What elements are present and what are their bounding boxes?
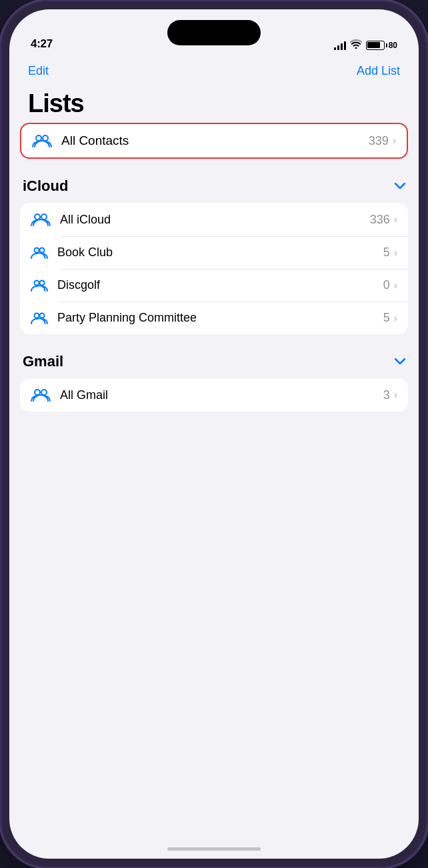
all-contacts-count: 339	[369, 134, 389, 148]
all-contacts-icon	[32, 133, 52, 148]
status-icons: 80	[334, 39, 397, 51]
all-icloud-icon	[31, 212, 51, 227]
svg-point-7	[40, 280, 45, 285]
nav-bar: Edit Add List	[9, 56, 419, 85]
svg-point-5	[40, 248, 45, 252]
all-gmail-label: All Gmail	[60, 388, 383, 402]
icloud-section-header[interactable]: iCloud	[20, 172, 408, 203]
all-icloud-count: 336	[370, 213, 390, 227]
phone-frame: 4:27	[0, 0, 428, 868]
book-club-count: 5	[383, 246, 390, 260]
edit-button[interactable]: Edit	[28, 64, 49, 78]
party-planning-row[interactable]: Party Planning Committee 5 ›	[20, 302, 408, 334]
icloud-chevron-icon	[395, 180, 405, 192]
book-club-icon	[31, 246, 48, 260]
signal-bar-3	[341, 43, 343, 50]
svg-point-1	[43, 135, 48, 141]
svg-point-4	[35, 248, 39, 252]
all-gmail-icon	[31, 388, 51, 402]
page-title: Lists	[28, 89, 84, 118]
discgolf-icon	[31, 279, 48, 292]
all-icloud-row[interactable]: All iCloud 336 ›	[20, 203, 408, 236]
all-icloud-label: All iCloud	[60, 213, 370, 227]
signal-bars-icon	[334, 41, 346, 50]
all-gmail-chevron: ›	[394, 389, 397, 401]
book-club-label: Book Club	[57, 246, 383, 260]
gmail-list-card: All Gmail 3 ›	[20, 378, 408, 412]
all-gmail-count: 3	[383, 388, 390, 402]
svg-point-8	[35, 313, 39, 318]
discgolf-row[interactable]: Discgolf 0 ›	[20, 269, 408, 302]
party-planning-icon	[31, 312, 48, 325]
content-area: All Contacts 339 › iCloud	[9, 123, 419, 832]
all-contacts-label: All Contacts	[61, 133, 369, 148]
svg-point-11	[41, 390, 47, 395]
add-list-button[interactable]: Add List	[357, 64, 400, 78]
signal-bar-1	[334, 47, 336, 50]
signal-bar-4	[344, 41, 346, 50]
home-indicator	[167, 847, 261, 851]
party-planning-count: 5	[383, 311, 390, 325]
all-contacts-chevron: ›	[393, 135, 396, 147]
battery-icon: 80	[366, 41, 397, 50]
gmail-section-header[interactable]: Gmail	[20, 348, 408, 378]
status-time: 4:27	[31, 37, 53, 51]
icloud-list-card: All iCloud 336 › Book Club 5 ›	[20, 203, 408, 334]
discgolf-chevron: ›	[394, 280, 397, 292]
svg-point-2	[35, 214, 40, 220]
svg-point-3	[41, 214, 47, 220]
all-gmail-row[interactable]: All Gmail 3 ›	[20, 378, 408, 412]
gmail-chevron-icon	[395, 356, 405, 368]
discgolf-label: Discgolf	[57, 278, 383, 292]
discgolf-count: 0	[383, 278, 390, 292]
all-contacts-row[interactable]: All Contacts 339 ›	[20, 123, 408, 159]
svg-point-10	[35, 390, 40, 395]
icloud-section-title: iCloud	[23, 177, 68, 195]
svg-point-0	[36, 135, 41, 141]
party-planning-chevron: ›	[394, 312, 397, 324]
signal-bar-2	[337, 45, 339, 50]
svg-point-9	[40, 313, 45, 318]
battery-percent: 80	[389, 41, 397, 50]
party-planning-label: Party Planning Committee	[57, 311, 383, 325]
book-club-row[interactable]: Book Club 5 ›	[20, 236, 408, 269]
gmail-section-title: Gmail	[23, 353, 63, 370]
book-club-chevron: ›	[394, 247, 397, 259]
wifi-icon	[350, 39, 362, 51]
phone-screen: 4:27	[9, 9, 419, 859]
dynamic-island	[167, 20, 261, 45]
all-icloud-chevron: ›	[394, 213, 397, 226]
svg-point-6	[35, 280, 39, 285]
